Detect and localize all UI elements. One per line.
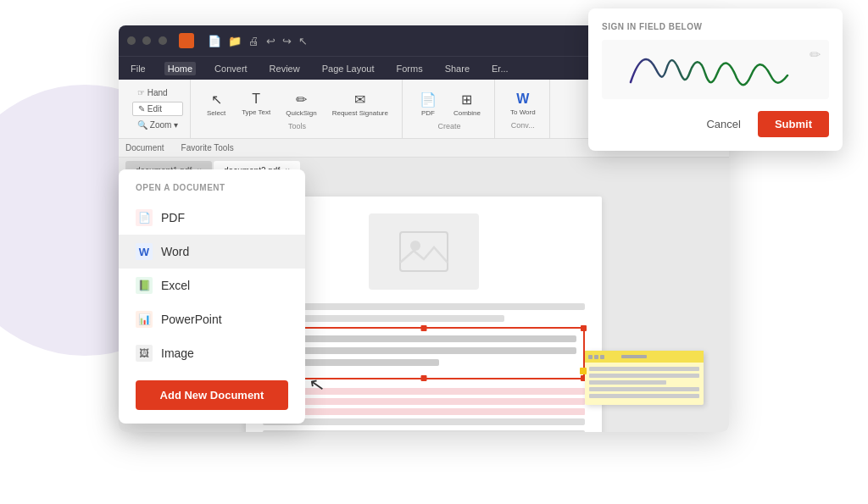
word-doc-label: Word	[161, 245, 189, 258]
sticky-line-4	[589, 387, 699, 391]
type-text-icon: T	[252, 91, 260, 107]
doc-item-word[interactable]: W Word	[119, 235, 305, 269]
hand-tool[interactable]: ☞ Hand	[132, 86, 183, 99]
sticky-line-2	[589, 374, 699, 378]
to-word-btn[interactable]: W To Word	[505, 88, 541, 119]
toolbar-group-tools: ↖ Select T Type Text ✏ QuickSign ✉ Reque…	[192, 80, 403, 138]
app-icon	[179, 33, 194, 48]
window-controls	[127, 33, 170, 48]
cancel-button[interactable]: Cancel	[698, 113, 748, 136]
excel-doc-label: Excel	[161, 279, 190, 292]
sticky-dots	[588, 355, 604, 359]
toolbar-group-convert: W To Word Conv...	[497, 80, 550, 138]
add-new-document-button[interactable]: Add New Document	[136, 380, 288, 410]
cursor-icon: ↖	[298, 35, 308, 47]
doc-item-excel[interactable]: 📗 Excel	[119, 269, 305, 302]
signin-dialog: SIGN IN FIELD BELOW ✏ Cancel Submit	[588, 8, 843, 151]
sub-toolbar-favorite[interactable]: Favorite Tools	[181, 143, 234, 152]
redo-icon[interactable]: ↪	[282, 35, 292, 47]
open-doc-title: OPEN A DOCUMENT	[119, 183, 305, 201]
menu-convert[interactable]: Convert	[211, 62, 251, 75]
tools-group-label: Tools	[288, 122, 306, 130]
text-line-1	[263, 303, 585, 310]
select-icon: ↖	[211, 91, 222, 108]
minimize-dot[interactable]	[142, 36, 151, 45]
menu-file[interactable]: File	[127, 62, 149, 75]
image-placeholder	[369, 213, 479, 290]
quicksign-label: QuickSign	[286, 109, 316, 117]
menu-forms[interactable]: Forms	[392, 62, 426, 75]
selection-handle-tm	[421, 325, 427, 331]
doc-item-powerpoint[interactable]: 📊 PowerPoint	[119, 302, 305, 336]
maximize-dot[interactable]	[159, 36, 167, 45]
sticky-line-3	[589, 380, 666, 385]
submit-button[interactable]: Submit	[758, 111, 829, 137]
toolbar-group-create: 📄 PDF ⊞ Combine Create	[404, 80, 495, 138]
folder-icon[interactable]: 📁	[228, 35, 242, 47]
quicksign-btn[interactable]: ✏ QuickSign	[281, 88, 321, 120]
menu-review[interactable]: Review	[266, 62, 303, 75]
print-icon[interactable]: 🖨	[248, 35, 259, 47]
sticky-line-5	[589, 394, 699, 398]
sticky-header	[585, 351, 704, 363]
pdf-btn[interactable]: 📄 PDF	[413, 88, 443, 120]
sticky-pin	[580, 368, 587, 374]
type-text-label: Type Text	[242, 108, 270, 116]
menu-share[interactable]: Share	[442, 62, 473, 75]
undo-icon[interactable]: ↩	[266, 35, 275, 47]
request-signature-btn[interactable]: ✉ Request Signature	[327, 88, 393, 120]
open-document-panel: OPEN A DOCUMENT 📄 PDF W Word 📗 Excel 📊 P…	[119, 169, 305, 424]
pdf-doc-icon: 📄	[136, 209, 153, 226]
pencil-icon[interactable]: ✏	[810, 47, 821, 63]
convert-group-label: Conv...	[511, 121, 535, 130]
type-text-btn[interactable]: T Type Text	[236, 88, 275, 119]
combine-label: Combine	[453, 109, 481, 117]
text-line-4	[263, 430, 585, 432]
request-signature-label: Request Signature	[332, 109, 388, 117]
signature-svg	[602, 40, 829, 99]
pdf-doc-label: PDF	[161, 211, 185, 224]
select-label: Select	[207, 109, 225, 117]
sticky-dot-3	[600, 355, 604, 359]
ppt-doc-label: PowerPoint	[161, 313, 222, 326]
text-line-3	[263, 418, 585, 425]
select-tool-btn[interactable]: ↖ Select	[201, 88, 231, 120]
request-signature-icon: ✉	[354, 91, 365, 108]
img-doc-icon: 🖼	[136, 345, 153, 362]
svg-rect-0	[400, 232, 448, 271]
sticky-header-line	[621, 355, 647, 358]
quicksign-icon: ✏	[296, 91, 307, 108]
to-word-label: To Word	[510, 108, 536, 116]
doc-item-image[interactable]: 🖼 Image	[119, 336, 305, 370]
sub-toolbar-document[interactable]: Document	[125, 143, 164, 152]
img-doc-label: Image	[161, 346, 194, 360]
word-doc-icon: W	[136, 243, 153, 260]
signin-actions: Cancel Submit	[602, 111, 829, 137]
sticky-note[interactable]	[585, 351, 704, 405]
combine-icon: ⊞	[461, 91, 472, 108]
menu-home[interactable]: Home	[164, 62, 196, 75]
convert-items: W To Word	[505, 88, 541, 119]
menu-page-layout[interactable]: Page Layout	[319, 62, 378, 75]
sticky-content	[585, 363, 704, 405]
pink-line-2	[263, 398, 585, 405]
sticky-dot-1	[588, 355, 593, 359]
tools-items: ↖ Select T Type Text ✏ QuickSign ✉ Reque…	[201, 88, 393, 120]
doc-item-pdf[interactable]: 📄 PDF	[119, 201, 305, 235]
ppt-doc-icon: 📊	[136, 311, 153, 328]
menu-er[interactable]: Er...	[488, 62, 512, 75]
sticky-line-1	[589, 367, 699, 371]
zoom-tool[interactable]: 🔍 Zoom ▾	[132, 119, 183, 131]
edit-tool[interactable]: ✎ Edit	[132, 102, 183, 116]
file-icon[interactable]: 📄	[208, 35, 221, 47]
pdf-icon: 📄	[420, 91, 437, 108]
title-bar-tools: 📄 📁 🖨 ↩ ↪ ↖	[208, 35, 308, 47]
close-dot[interactable]	[127, 36, 136, 45]
signature-area[interactable]: ✏	[602, 40, 829, 99]
pdf-label: PDF	[421, 109, 435, 117]
sticky-dot-2	[594, 355, 598, 359]
pink-line-3	[263, 408, 585, 415]
create-group-label: Create	[437, 122, 460, 130]
combine-btn[interactable]: ⊞ Combine	[448, 88, 486, 120]
create-items: 📄 PDF ⊞ Combine	[413, 88, 486, 120]
